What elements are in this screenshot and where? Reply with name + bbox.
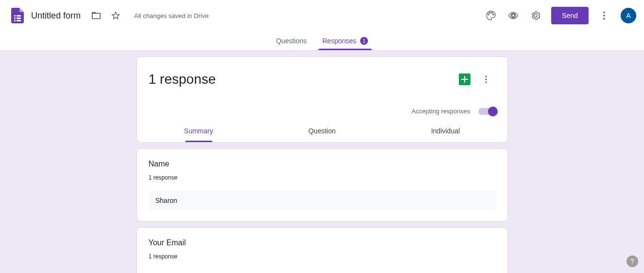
forms-logo-icon[interactable] — [8, 6, 27, 25]
content-area: 1 response Accepting responses Summary Q… — [0, 51, 644, 273]
svg-point-12 — [485, 78, 487, 80]
responses-more-icon[interactable] — [476, 70, 496, 89]
save-status: All changes saved in Drive — [134, 12, 209, 19]
svg-point-6 — [603, 12, 605, 14]
form-title[interactable]: Untitled form — [31, 11, 81, 21]
accepting-label: Accepting responses — [412, 108, 470, 115]
sheets-link-icon[interactable] — [459, 73, 470, 85]
question-count: 1 response — [149, 174, 496, 181]
svg-point-13 — [485, 81, 487, 83]
account-avatar[interactable]: A — [621, 8, 636, 23]
responses-card: 1 response Accepting responses Summary Q… — [137, 56, 508, 143]
svg-rect-10 — [461, 79, 468, 80]
settings-gear-icon[interactable] — [526, 6, 545, 25]
subtab-individual[interactable]: Individual — [384, 120, 507, 142]
svg-rect-0 — [14, 15, 16, 17]
question-title: Your Email — [149, 238, 496, 247]
tab-responses[interactable]: Responses 1 — [321, 31, 369, 50]
preview-eye-icon[interactable] — [504, 6, 523, 25]
send-button[interactable]: Send — [551, 7, 589, 24]
svg-rect-1 — [17, 15, 21, 17]
tab-responses-label: Responses — [322, 37, 356, 45]
svg-rect-5 — [17, 20, 21, 21]
question-count: 1 response — [149, 253, 496, 260]
main-tabs: Questions Responses 1 — [0, 31, 644, 51]
subtab-question[interactable]: Question — [261, 120, 384, 142]
question-summary-card: Name 1 response Sharon — [137, 148, 508, 221]
response-subtabs: Summary Question Individual — [137, 120, 507, 142]
theme-palette-icon[interactable] — [481, 6, 501, 25]
more-vert-icon[interactable] — [594, 6, 614, 25]
question-title: Name — [149, 160, 496, 168]
app-header: Untitled form All changes saved in Drive… — [0, 0, 644, 31]
responses-title: 1 response — [149, 72, 459, 87]
svg-point-7 — [603, 15, 605, 17]
responses-count-badge: 1 — [360, 37, 368, 45]
help-icon[interactable]: ? — [627, 255, 638, 267]
svg-rect-4 — [14, 20, 16, 21]
tab-questions[interactable]: Questions — [275, 31, 308, 50]
question-summary-card: Your Email 1 response — [137, 227, 508, 273]
svg-rect-2 — [14, 18, 16, 19]
svg-point-8 — [603, 18, 605, 20]
answer-row: Sharon — [149, 191, 496, 210]
accepting-toggle[interactable] — [478, 108, 496, 115]
subtab-summary[interactable]: Summary — [137, 120, 261, 142]
move-folder-icon[interactable] — [87, 6, 106, 25]
svg-point-11 — [485, 76, 487, 77]
svg-rect-3 — [17, 18, 21, 19]
star-icon[interactable] — [106, 6, 125, 25]
